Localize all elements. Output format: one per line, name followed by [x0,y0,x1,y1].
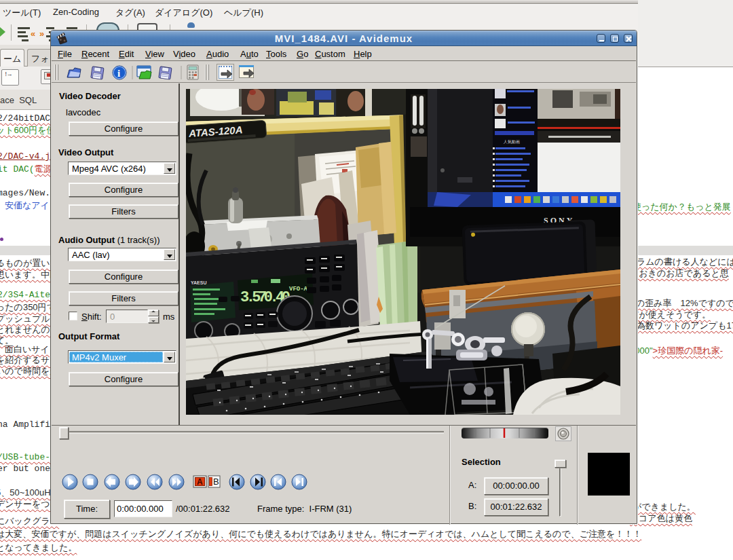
svg-text:»: » [39,29,44,39]
svg-text:YAESU: YAESU [191,280,206,285]
svg-text:VFO-A: VFO-A [289,286,308,293]
svg-text:i: i [117,68,120,79]
svg-text:«: « [31,29,35,39]
svg-text:B: B [213,477,219,487]
svg-text:人気動画: 人気動画 [503,139,520,144]
svg-text:A: A [197,477,203,487]
